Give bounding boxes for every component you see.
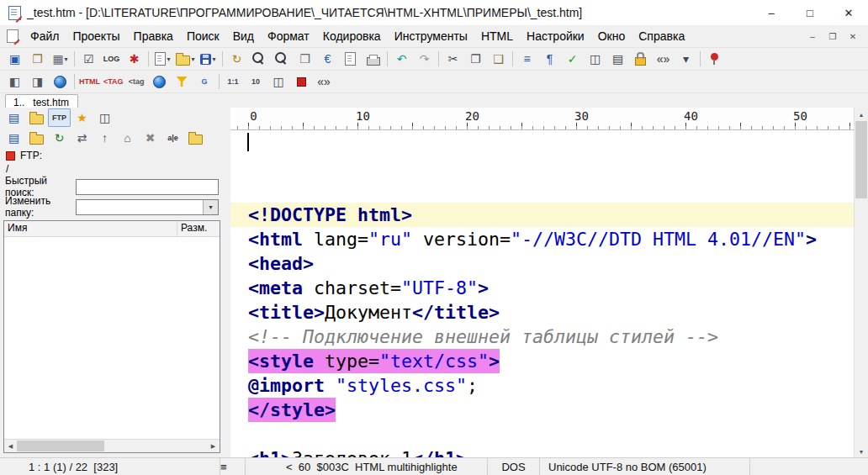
minimize-button[interactable]: – [752, 0, 791, 25]
code-line[interactable] [230, 422, 854, 446]
log-icon[interactable]: LOG [100, 50, 123, 68]
save-icon[interactable]: ▾ [197, 50, 220, 68]
refresh-icon[interactable]: ↻ [48, 129, 71, 147]
search-next-icon[interactable] [271, 50, 294, 68]
goto-line-icon[interactable]: 10 [245, 72, 267, 91]
sort-icon[interactable]: ≡ [516, 50, 538, 68]
entity-quotes-icon[interactable]: «» [313, 72, 336, 91]
close-tag-icon[interactable]: <tag [125, 72, 148, 91]
record-macro-icon[interactable] [290, 72, 313, 91]
ftp-tab-icon[interactable]: FTP [48, 108, 71, 127]
upload-file-icon[interactable]: ▤ [3, 129, 25, 147]
reload-icon[interactable]: ↻ [225, 50, 248, 68]
column-header-size[interactable]: Разм. [177, 221, 220, 236]
menu-window[interactable]: Окно [591, 25, 632, 47]
google-icon[interactable]: G [193, 72, 216, 91]
html-wtx-icon[interactable]: HTML [77, 72, 102, 91]
split-view-icon[interactable]: ◫ [584, 50, 606, 68]
bookmarks-icon[interactable]: ❒ [294, 50, 316, 68]
menu-view[interactable]: Вид [226, 25, 261, 47]
cut-icon[interactable]: ✂ [442, 50, 464, 68]
download-folder-icon[interactable] [25, 129, 48, 147]
code-line[interactable]: <head> [230, 251, 854, 276]
settings-icon[interactable]: ✱ [123, 50, 146, 68]
code-line[interactable]: <meta charset="UTF-8"> [230, 276, 854, 300]
frames-icon[interactable]: ◫ [267, 72, 290, 91]
combo-dropdown-icon[interactable]: ▾ [203, 200, 218, 214]
templates-icon[interactable]: ▦▾ [49, 50, 71, 68]
vscroll-thumb[interactable] [855, 121, 867, 198]
syntax-check-icon[interactable]: ✓ [561, 50, 584, 68]
code-line[interactable]: <title>Документ</title> [230, 300, 854, 325]
scroll-left-button[interactable]: ◀ [4, 440, 17, 452]
delete-icon[interactable]: ✖ [139, 129, 161, 147]
open-file-icon[interactable]: ▾ [174, 50, 197, 68]
web-preview-icon[interactable] [148, 72, 171, 91]
menu-tools[interactable]: Инструменты [388, 25, 474, 47]
scroll-down-button[interactable]: ▼ [855, 445, 868, 458]
column-header-name[interactable]: Имя [4, 221, 177, 236]
preview-icon[interactable] [339, 50, 362, 68]
menu-format[interactable]: Формат [261, 25, 316, 47]
unindent-icon[interactable]: ◧ [3, 72, 26, 91]
search-icon[interactable] [248, 50, 271, 68]
line-numbers-icon[interactable]: 1:1 [222, 72, 245, 91]
folder-browser-icon[interactable] [25, 108, 48, 127]
menu-file[interactable]: Файл [24, 25, 66, 47]
copy-icon[interactable]: ❐ [464, 50, 487, 68]
indent-icon[interactable]: ◨ [26, 72, 49, 91]
more-commands-icon[interactable]: ▾ [675, 50, 697, 68]
menu-edit[interactable]: Правка [127, 25, 180, 47]
clipboard-view-icon[interactable]: ❐ [26, 50, 49, 68]
parent-folder-icon[interactable]: ↑ [93, 129, 116, 147]
child-close-button[interactable]: ✕ [844, 29, 861, 43]
vscroll-track[interactable] [855, 121, 868, 445]
menu-html[interactable]: HTML [474, 25, 520, 47]
menu-projects[interactable]: Проекты [66, 25, 126, 47]
child-restore-button[interactable]: ❐ [824, 29, 841, 43]
status-menu-button[interactable]: ≡ [220, 458, 246, 475]
maximize-button[interactable]: □ [791, 0, 829, 25]
code-line[interactable]: </style> [230, 398, 854, 422]
code-line[interactable]: @import "styles.css"; [230, 373, 854, 398]
paste-icon[interactable]: ❑ [487, 50, 510, 68]
quick-search-input[interactable] [76, 179, 219, 195]
quotes-icon[interactable]: «» [652, 50, 675, 68]
pin-icon[interactable] [703, 50, 726, 68]
home-icon[interactable]: ⌂ [116, 129, 139, 147]
favorites-icon[interactable]: ★ [71, 108, 93, 127]
code-line[interactable]: <html lang="ru" version="-//W3C//DTD HTM… [230, 227, 854, 251]
insert-tag-icon[interactable]: <TAG [102, 72, 125, 91]
hscroll-track[interactable] [17, 440, 207, 452]
redo-icon[interactable]: ↷ [413, 50, 436, 68]
new-folder-icon[interactable] [184, 129, 207, 147]
file-list-body[interactable] [4, 237, 220, 439]
sync-icon[interactable]: ⇄ [71, 129, 93, 147]
word-wrap-icon[interactable]: ▤ [606, 50, 629, 68]
editor-window-icon[interactable]: ▣ [3, 50, 26, 68]
filter-icon[interactable] [171, 72, 193, 91]
change-folder-combo[interactable]: ▾ [76, 199, 219, 215]
menu-settings[interactable]: Настройки [520, 25, 591, 47]
close-button[interactable]: ✕ [829, 0, 868, 25]
lock-icon[interactable] [629, 50, 652, 68]
menu-search[interactable]: Поиск [180, 25, 226, 47]
print-icon[interactable] [362, 50, 384, 68]
sidebar-splitter[interactable] [224, 108, 230, 458]
undo-icon[interactable]: ↶ [390, 50, 413, 68]
code-line[interactable]: <h1>Заголовок 1</h1> [230, 446, 854, 458]
code-line[interactable]: <!-- Подключение внешней таблицы стилей … [230, 325, 854, 349]
currency-icon[interactable]: € [316, 50, 339, 68]
todo-list-icon[interactable]: ☑ [77, 50, 100, 68]
panels-icon[interactable]: ◫ [93, 108, 116, 127]
code-line[interactable]: <!DOCTYPE html> [230, 203, 854, 227]
hscroll-thumb[interactable] [17, 441, 104, 451]
rename-icon[interactable]: a|e [161, 129, 184, 147]
child-minimize-button[interactable]: – [804, 29, 821, 43]
code-line[interactable]: <style type="text/css"> [230, 349, 854, 373]
pilcrow-icon[interactable]: ¶ [538, 50, 561, 68]
file-manager-icon[interactable]: ▤ [3, 108, 25, 127]
scroll-right-button[interactable]: ▶ [207, 440, 220, 452]
menu-encoding[interactable]: Кодировка [316, 25, 388, 47]
menu-help[interactable]: Справка [632, 25, 691, 47]
